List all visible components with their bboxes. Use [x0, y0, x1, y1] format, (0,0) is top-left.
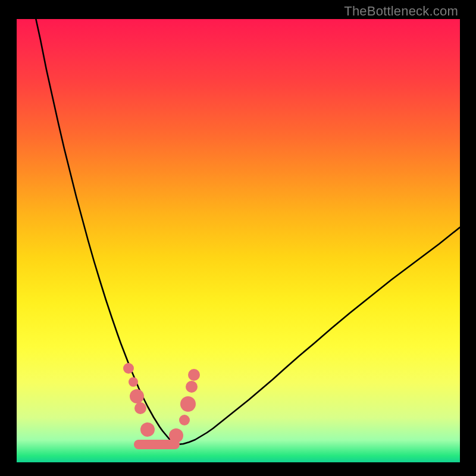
- svg-point-7: [180, 396, 196, 412]
- svg-point-1: [129, 377, 138, 387]
- svg-point-3: [134, 402, 146, 414]
- bottleneck-curve: [33, 19, 460, 444]
- svg-point-6: [179, 415, 190, 425]
- svg-point-9: [188, 369, 200, 381]
- watermark-text: TheBottleneck.com: [344, 4, 458, 19]
- svg-point-4: [140, 422, 155, 437]
- svg-point-8: [186, 381, 198, 393]
- chart-svg: [17, 19, 460, 462]
- svg-rect-10: [134, 440, 180, 449]
- svg-point-0: [123, 363, 134, 374]
- chart-frame: TheBottleneck.com: [0, 0, 476, 476]
- svg-point-2: [130, 389, 144, 403]
- plot-area: [17, 19, 460, 462]
- data-markers: [123, 363, 200, 449]
